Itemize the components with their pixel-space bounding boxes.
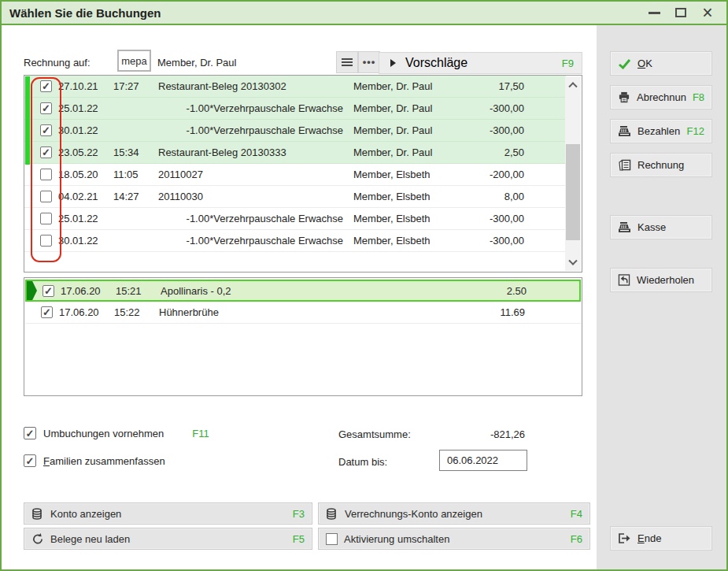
cell-member: Member, Elsbeth bbox=[353, 191, 479, 202]
bezahlen-fkey: F12 bbox=[687, 125, 704, 137]
abrechnung-label: Abrechnun bbox=[637, 91, 686, 103]
cell-amount: -300,00 bbox=[479, 124, 524, 136]
invoice-icon bbox=[618, 159, 631, 171]
belege-neu-laden-button[interactable]: Belege neu laden F5 bbox=[24, 528, 312, 550]
row-checkbox[interactable] bbox=[40, 169, 52, 180]
booking-list: ✓ 27.10.21 17:27 Restaurant-Beleg 201303… bbox=[24, 75, 582, 273]
cell-amount: 11.69 bbox=[344, 306, 525, 318]
datum-bis-input[interactable] bbox=[439, 450, 527, 471]
cell-time: 15:21 bbox=[116, 285, 150, 297]
row-checkbox[interactable]: ✓ bbox=[40, 80, 52, 92]
cell-amount: 2.50 bbox=[346, 285, 527, 297]
aktivierung-fkey: F6 bbox=[571, 533, 582, 545]
undo-icon bbox=[618, 274, 630, 286]
table-row[interactable]: ✓ 30.01.22 -1.00*Verzehrpauschale Erwach… bbox=[24, 120, 566, 142]
wiederholen-button[interactable]: Wiederholen bbox=[610, 268, 712, 292]
row-checkbox[interactable] bbox=[40, 213, 52, 224]
coins-icon bbox=[31, 508, 44, 520]
main-panel: Rechnung auf: mepa Member, Dr. Paul ••• … bbox=[2, 25, 597, 569]
cell-date: 23.05.22 bbox=[58, 146, 113, 158]
umbuchungen-label: Umbuchungen vornehmen bbox=[43, 428, 164, 439]
bezahlen-button[interactable]: Bezahlen F12 bbox=[610, 119, 712, 143]
table-row[interactable]: 18.05.20 11:05 20110027 Member, Elsbeth … bbox=[24, 164, 566, 186]
cell-amount: -300,00 bbox=[479, 235, 524, 247]
person-name: Member, Dr. Paul bbox=[157, 57, 236, 69]
table-row[interactable]: 04.02.21 14:27 20110030 Member, Elsbeth … bbox=[24, 186, 566, 208]
table-row[interactable]: ✓ 27.10.21 17:27 Restaurant-Beleg 201303… bbox=[24, 76, 566, 98]
ende-button[interactable]: Ende bbox=[610, 526, 712, 551]
row-checkbox[interactable]: ✓ bbox=[41, 306, 53, 318]
table-row[interactable]: ✓ 23.05.22 15:34 Restaurant-Beleg 201303… bbox=[24, 142, 566, 164]
cell-description: Restaurant-Beleg 20130302 bbox=[158, 80, 343, 92]
minimize-button[interactable] bbox=[646, 5, 662, 20]
row-checkbox[interactable]: ✓ bbox=[40, 124, 52, 136]
printer-icon bbox=[618, 91, 630, 103]
familien-label: Familien zusammenfassen bbox=[43, 455, 165, 467]
rechnung-button[interactable]: Rechnung bbox=[610, 153, 712, 177]
cell-description: Restaurant-Beleg 20130333 bbox=[158, 146, 343, 158]
scroll-down-button[interactable] bbox=[565, 255, 581, 271]
scroll-up-button[interactable] bbox=[565, 76, 581, 92]
chevron-down-icon bbox=[568, 257, 577, 265]
konto-anzeigen-button[interactable]: Konto anzeigen F3 bbox=[24, 502, 312, 525]
abrechnung-fkey: F8 bbox=[693, 91, 704, 103]
cell-description: -1.00*Verzehrpauschale Erwachse bbox=[158, 213, 343, 224]
abrechnung-button[interactable]: Abrechnun F8 bbox=[610, 85, 712, 109]
cell-amount: 2,50 bbox=[479, 146, 524, 158]
more-options-button[interactable]: ••• bbox=[358, 51, 380, 73]
kasse-label: Kasse bbox=[637, 221, 666, 233]
aktivierung-checkbox[interactable] bbox=[326, 533, 338, 545]
cell-member: Member, Dr. Paul bbox=[353, 102, 479, 114]
selected-row-marker bbox=[27, 281, 37, 300]
table-row[interactable]: ✓ 17.06.20 15:22 Hühnerbrühe 11.69 bbox=[25, 302, 581, 324]
umbuchungen-option[interactable]: ✓ Umbuchungen vornehmen F11 bbox=[24, 427, 209, 439]
kasse-button[interactable]: Kasse bbox=[610, 215, 712, 239]
cell-date: 04.02.21 bbox=[58, 191, 113, 202]
familien-checkbox[interactable]: ✓ bbox=[24, 454, 36, 467]
bezahlen-label: Bezahlen bbox=[637, 125, 680, 137]
cell-time: 17:27 bbox=[113, 80, 148, 92]
scrollbar-thumb[interactable] bbox=[566, 144, 580, 240]
close-button[interactable]: × bbox=[700, 5, 715, 20]
cell-date: 18.05.20 bbox=[58, 169, 113, 180]
selection-accent-bar bbox=[25, 76, 30, 165]
coins-icon bbox=[326, 508, 338, 520]
aktivierung-umschalten-button[interactable]: Aktivierung umschalten F6 bbox=[318, 528, 590, 550]
verrechnungs-konto-label: Verrechnungs-Konto anzeigen bbox=[345, 508, 482, 520]
check-icon bbox=[618, 58, 631, 69]
cell-time: 15:34 bbox=[113, 146, 148, 158]
verrechnung-fkey: F4 bbox=[571, 508, 582, 520]
cell-member: Member, Dr. Paul bbox=[353, 146, 479, 158]
cell-description: -1.00*Verzehrpauschale Erwachse bbox=[158, 102, 343, 114]
aktivierung-label: Aktivierung umschalten bbox=[344, 533, 449, 545]
row-checkbox[interactable] bbox=[40, 191, 52, 202]
cash-register-icon bbox=[618, 221, 631, 233]
cell-member: Member, Dr. Paul bbox=[353, 80, 479, 92]
row-checkbox[interactable]: ✓ bbox=[42, 285, 54, 297]
person-code-field[interactable]: mepa bbox=[117, 50, 151, 72]
umbuchungen-checkbox[interactable]: ✓ bbox=[24, 427, 36, 439]
table-row-selected[interactable]: ✓ 17.06.20 15:21 Apollinaris - 0,2 2.50 bbox=[25, 280, 581, 302]
familien-option[interactable]: ✓ Familien zusammenfassen bbox=[24, 454, 165, 467]
cell-description: 20110030 bbox=[158, 191, 343, 202]
ok-button[interactable]: OK bbox=[610, 51, 712, 76]
row-checkbox[interactable]: ✓ bbox=[40, 102, 52, 114]
vorschlaege-button[interactable]: Vorschläge F9 bbox=[379, 52, 582, 74]
cell-amount: -200,00 bbox=[479, 169, 524, 180]
cell-description: Hühnerbrühe bbox=[159, 306, 344, 318]
table-row[interactable]: 30.01.22 -1.00*Verzehrpauschale Erwachse… bbox=[24, 230, 566, 252]
row-checkbox[interactable]: ✓ bbox=[40, 146, 52, 158]
table-row[interactable]: 25.01.22 -1.00*Verzehrpauschale Erwachse… bbox=[24, 208, 566, 230]
cell-date: 25.01.22 bbox=[58, 213, 113, 224]
list-menu-button[interactable] bbox=[336, 51, 358, 73]
row-checkbox[interactable] bbox=[40, 235, 52, 247]
detail-list: ✓ 17.06.20 15:21 Apollinaris - 0,2 2.50 … bbox=[24, 277, 582, 396]
table-row[interactable]: ✓ 25.01.22 -1.00*Verzehrpauschale Erwach… bbox=[24, 98, 566, 120]
verrechnungs-konto-button[interactable]: Verrechnungs-Konto anzeigen F4 bbox=[318, 502, 590, 525]
cell-date: 30.01.22 bbox=[58, 124, 113, 136]
vorschlaege-label: Vorschläge bbox=[405, 56, 467, 70]
cell-amount: -300,00 bbox=[479, 213, 524, 224]
maximize-button[interactable] bbox=[673, 5, 689, 20]
exit-icon bbox=[618, 532, 631, 544]
vertical-scrollbar[interactable] bbox=[565, 76, 581, 271]
